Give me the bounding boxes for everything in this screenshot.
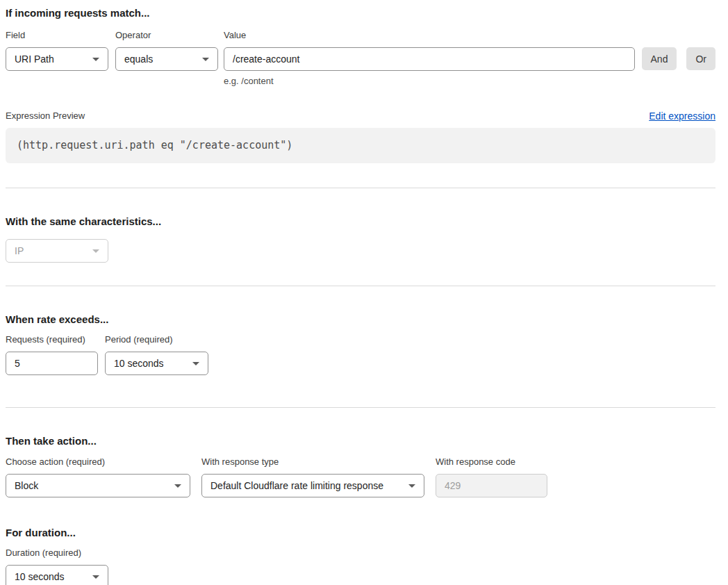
- action-select-value: Block: [15, 480, 38, 491]
- chevron-down-icon: [92, 575, 99, 579]
- response-code-label: With response code: [436, 456, 547, 468]
- or-button[interactable]: Or: [686, 47, 715, 70]
- chevron-down-icon: [192, 362, 199, 365]
- chevron-down-icon: [408, 484, 415, 488]
- operator-label: Operator: [115, 30, 218, 41]
- match-section: If incoming requests match... Field URI …: [6, 6, 715, 163]
- rate-section: When rate exceeds... Requests (required)…: [6, 312, 715, 375]
- section-divider: [6, 188, 715, 188]
- duration-select-value: 10 seconds: [15, 571, 65, 582]
- response-type-select[interactable]: Default Cloudflare rate limiting respons…: [201, 474, 424, 497]
- duration-group: Duration (required) 10 seconds: [6, 547, 108, 585]
- value-label: Value: [224, 30, 635, 41]
- response-type-group: With response type Default Cloudflare ra…: [201, 456, 424, 497]
- response-type-select-value: Default Cloudflare rate limiting respons…: [210, 480, 383, 491]
- response-type-label: With response type: [201, 456, 424, 468]
- chevron-down-icon: [92, 58, 99, 61]
- and-button[interactable]: And: [642, 47, 677, 70]
- action-group: Choose action (required) Block: [6, 456, 190, 497]
- duration-select[interactable]: 10 seconds: [6, 565, 108, 585]
- edit-expression-link[interactable]: Edit expression: [649, 110, 715, 122]
- response-code-input: [436, 474, 547, 497]
- rate-section-title: When rate exceeds...: [6, 312, 715, 327]
- characteristic-select-value: IP: [15, 245, 24, 256]
- match-section-title: If incoming requests match...: [6, 6, 715, 20]
- operator-group: Operator equals: [115, 30, 218, 71]
- expression-preview-label: Expression Preview: [6, 110, 85, 122]
- characteristic-group: IP: [6, 239, 108, 263]
- characteristics-section: With the same characteristics... IP: [6, 214, 715, 263]
- field-label: Field: [6, 30, 108, 41]
- characteristics-section-title: With the same characteristics...: [6, 214, 715, 229]
- expression-preview-header: Expression Preview Edit expression: [6, 110, 715, 122]
- value-hint: e.g. /content: [224, 76, 635, 87]
- section-divider: [6, 286, 715, 286]
- response-code-group: With response code: [436, 456, 547, 497]
- rate-limiting-rule-form: If incoming requests match... Field URI …: [0, 0, 728, 585]
- field-select-value: URI Path: [15, 53, 54, 65]
- rate-row: Requests (required) Period (required) 10…: [6, 334, 715, 375]
- chevron-down-icon: [92, 249, 99, 253]
- match-expression-row: Field URI Path Operator equals Value e.g…: [6, 30, 715, 87]
- value-group: Value e.g. /content: [224, 30, 635, 87]
- period-label: Period (required): [105, 334, 208, 345]
- period-group: Period (required) 10 seconds: [105, 334, 208, 375]
- period-select[interactable]: 10 seconds: [105, 352, 208, 375]
- action-row: Choose action (required) Block With resp…: [6, 456, 715, 497]
- action-section-title: Then take action...: [6, 434, 715, 448]
- operator-select[interactable]: equals: [115, 47, 218, 71]
- action-select[interactable]: Block: [6, 474, 190, 497]
- action-section: Then take action... Choose action (requi…: [6, 434, 715, 497]
- duration-label: Duration (required): [6, 547, 108, 559]
- period-select-value: 10 seconds: [114, 358, 164, 369]
- chevron-down-icon: [202, 58, 209, 61]
- requests-label: Requests (required): [6, 334, 98, 345]
- logic-buttons: And Or: [642, 47, 715, 70]
- field-group: Field URI Path: [6, 30, 108, 71]
- operator-select-value: equals: [124, 53, 153, 65]
- section-divider: [6, 407, 715, 408]
- characteristic-select: IP: [6, 239, 108, 263]
- expression-preview-code: (http.request.uri.path eq "/create-accou…: [6, 128, 715, 163]
- duration-section: For duration... Duration (required) 10 s…: [6, 525, 715, 585]
- chevron-down-icon: [174, 484, 181, 488]
- value-input[interactable]: [224, 47, 635, 71]
- requests-input[interactable]: [6, 352, 98, 375]
- duration-section-title: For duration...: [6, 525, 715, 540]
- field-select[interactable]: URI Path: [6, 47, 108, 71]
- requests-group: Requests (required): [6, 334, 98, 375]
- action-label: Choose action (required): [6, 456, 190, 468]
